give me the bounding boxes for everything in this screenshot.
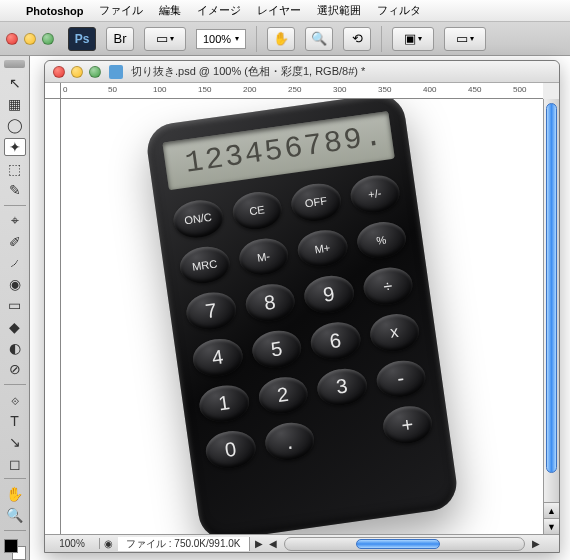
- magic-wand-tool[interactable]: ✦: [4, 138, 26, 156]
- separator: [381, 26, 382, 52]
- marquee-tool[interactable]: ▦: [4, 95, 26, 112]
- ps-home-button[interactable]: Ps: [68, 27, 96, 51]
- document-window: 切り抜き.psd @ 100% (色相・彩度1, RGB/8#) * 0 50 …: [44, 60, 560, 553]
- zoom-tool[interactable]: 🔍: [4, 507, 26, 524]
- bridge-button[interactable]: Br: [106, 27, 134, 51]
- calc-key-6: 6: [308, 319, 362, 362]
- separator: [256, 26, 257, 52]
- menu-layer[interactable]: レイヤー: [257, 3, 301, 18]
- calculator-image: 123456789. ON/CCEOFF+/- MRCM-M+% 789÷ 45…: [144, 99, 460, 534]
- calc-key-7: 7: [184, 289, 238, 332]
- doc-proxy-icon[interactable]: [109, 65, 123, 79]
- vscroll-up[interactable]: ▲: [544, 502, 559, 518]
- screen-mode-button[interactable]: ▭▾: [144, 27, 186, 51]
- zoom-level-field[interactable]: 100%▾: [196, 29, 246, 49]
- calc-key-0: 0: [203, 428, 257, 471]
- close-button[interactable]: [6, 33, 18, 45]
- blur-tool[interactable]: ◐: [4, 339, 26, 356]
- tool-separator: [4, 205, 26, 206]
- type-tool[interactable]: T: [4, 412, 26, 429]
- screen-mode-icon: ▭: [156, 31, 168, 46]
- doc-layout-button[interactable]: ▭▾: [444, 27, 486, 51]
- calc-key-mplus: M+: [295, 226, 349, 269]
- hand-tool[interactable]: ✋: [4, 485, 26, 502]
- document-canvas[interactable]: 123456789. ON/CCEOFF+/- MRCM-M+% 789÷ 45…: [61, 99, 543, 534]
- calc-key-div: ÷: [361, 264, 415, 307]
- zoom-tool-button[interactable]: 🔍: [305, 27, 333, 51]
- zoom-button[interactable]: [42, 33, 54, 45]
- color-swatches[interactable]: [4, 539, 26, 560]
- menu-filter[interactable]: フィルタ: [377, 3, 421, 18]
- hscroll-left[interactable]: ◀: [266, 538, 280, 549]
- hscroll-thumb[interactable]: [356, 539, 440, 549]
- calc-key-mminus: M-: [236, 235, 290, 278]
- minimize-button[interactable]: [24, 33, 36, 45]
- history-brush-tool[interactable]: ◉: [4, 276, 26, 293]
- calc-key-4: 4: [190, 335, 244, 378]
- tool-separator: [4, 478, 26, 479]
- lasso-tool[interactable]: ◯: [4, 117, 26, 134]
- calc-key-8: 8: [243, 281, 297, 324]
- tool-separator: [4, 530, 26, 531]
- move-tool[interactable]: ↖: [4, 74, 26, 91]
- doc-titlebar[interactable]: 切り抜き.psd @ 100% (色相・彩度1, RGB/8#) *: [45, 61, 559, 83]
- doc-layout-icon: ▭: [456, 31, 468, 46]
- doc-zoom-button[interactable]: [89, 66, 101, 78]
- status-arrow[interactable]: ▶: [252, 538, 266, 549]
- ruler-origin[interactable]: [45, 83, 61, 99]
- os-menubar: Photoshop ファイル 編集 イメージ レイヤー 選択範囲 フィルタ: [0, 0, 570, 22]
- doc-title: 切り抜き.psd @ 100% (色相・彩度1, RGB/8#) *: [131, 64, 365, 79]
- vertical-scrollbar[interactable]: ▲ ▼: [543, 99, 559, 534]
- tool-separator: [4, 384, 26, 385]
- dodge-tool[interactable]: ⊘: [4, 361, 26, 378]
- calc-key-5: 5: [249, 327, 303, 370]
- hscroll-right[interactable]: ▶: [529, 538, 543, 549]
- calc-key-add: +: [380, 403, 434, 446]
- eraser-tool[interactable]: ▭: [4, 297, 26, 314]
- horizontal-ruler[interactable]: 0 50 100 150 200 250 300 350 400 450 500: [61, 83, 543, 99]
- crop-tool[interactable]: ⬚: [4, 160, 26, 177]
- calc-key-off: OFF: [289, 180, 343, 223]
- menu-select[interactable]: 選択範囲: [317, 3, 361, 18]
- options-bar: Ps Br ▭▾ 100%▾ ✋ 🔍 ⟲ ▣▾ ▭▾: [0, 22, 570, 56]
- calc-key-mul: x: [367, 311, 421, 354]
- calc-key-3: 3: [315, 365, 369, 408]
- calc-key-mrc: MRC: [178, 243, 232, 286]
- doc-close-button[interactable]: [53, 66, 65, 78]
- rotate-view-button[interactable]: ⟲: [343, 27, 371, 51]
- app-name-menu[interactable]: Photoshop: [26, 5, 83, 17]
- menu-edit[interactable]: 編集: [159, 3, 181, 18]
- calc-key-1: 1: [197, 382, 251, 425]
- gradient-tool[interactable]: ◆: [4, 318, 26, 335]
- status-bar: 100% ◉ ファイル : 750.0K/991.0K ▶ ◀ ▶: [45, 534, 559, 552]
- arrange-button[interactable]: ▣▾: [392, 27, 434, 51]
- healing-tool[interactable]: ⌖: [4, 212, 26, 229]
- path-select-tool[interactable]: ↘: [4, 434, 26, 451]
- calc-key-sign: +/-: [348, 172, 402, 215]
- menu-file[interactable]: ファイル: [99, 3, 143, 18]
- vscroll-down[interactable]: ▼: [544, 518, 559, 534]
- calc-key-sub: -: [374, 357, 428, 400]
- hand-tool-button[interactable]: ✋: [267, 27, 295, 51]
- doc-minimize-button[interactable]: [71, 66, 83, 78]
- vscroll-thumb[interactable]: [546, 103, 557, 473]
- optbar-traffic-lights: [6, 33, 54, 45]
- arrange-icon: ▣: [404, 31, 416, 46]
- pen-tool[interactable]: ⟐: [4, 391, 26, 408]
- tools-palette: ↖ ▦ ◯ ✦ ⬚ ✎ ⌖ ✐ ⟋ ◉ ▭ ◆ ◐ ⊘ ⟐ T ↘ ◻ ✋ 🔍: [0, 56, 30, 560]
- menu-image[interactable]: イメージ: [197, 3, 241, 18]
- calc-key-percent: %: [354, 218, 408, 261]
- stamp-tool[interactable]: ⟋: [4, 254, 26, 271]
- status-zoom[interactable]: 100%: [45, 538, 100, 549]
- calc-key-ce: CE: [230, 188, 284, 231]
- shape-tool[interactable]: ◻: [4, 455, 26, 472]
- eyedropper-tool[interactable]: ✎: [4, 181, 26, 198]
- horizontal-scrollbar[interactable]: [284, 537, 525, 551]
- calc-key-9: 9: [302, 273, 356, 316]
- status-fileinfo[interactable]: ファイル : 750.0K/991.0K: [118, 537, 250, 551]
- calc-key-onc: ON/C: [171, 197, 225, 240]
- calc-key-dot: .: [262, 419, 316, 462]
- brush-tool[interactable]: ✐: [4, 233, 26, 250]
- calc-key-2: 2: [256, 373, 310, 416]
